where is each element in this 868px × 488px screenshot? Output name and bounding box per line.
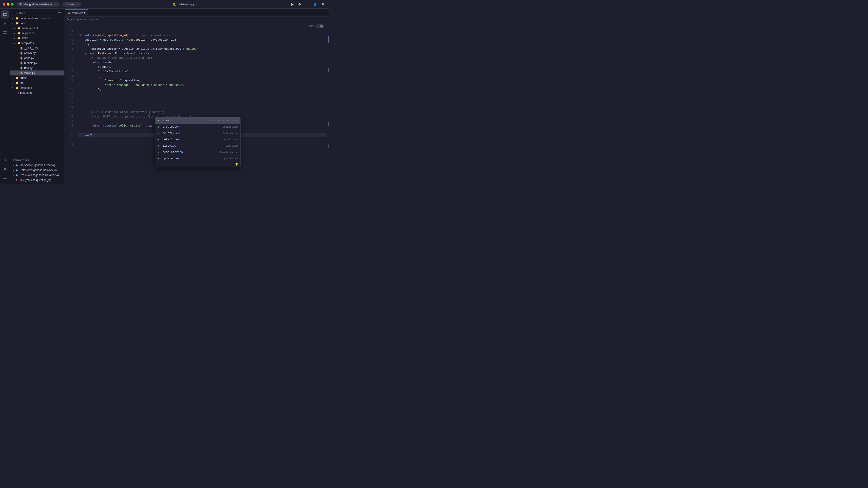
code-line-51: {: [78, 74, 327, 78]
tree-item-templates-polls[interactable]: ▶ 📁 templates: [10, 41, 64, 46]
ac-item-view[interactable]: ⊕ view Function Based View: [155, 118, 240, 124]
ac-item-createview[interactable]: ⊕ createview CreateView: [155, 124, 240, 130]
chevron-right-icon: ▶: [12, 17, 14, 20]
line-numbers: 40 41 42 43 44 45 46 47 48 49 50 51 52 5…: [64, 22, 75, 184]
more-options-icon[interactable]: ⋮: [305, 2, 310, 6]
node-modules-label: node_modules: [20, 17, 38, 20]
tree-item-polls[interactable]: ▼ 📁 polls: [10, 21, 64, 26]
close-button[interactable]: [3, 3, 5, 6]
debug-icon[interactable]: ⚙: [297, 2, 302, 6]
run-button[interactable]: ▶: [290, 2, 294, 7]
ac-label-listview: listview: [162, 144, 224, 148]
struct-item-vote-fn[interactable]: ▶ ⊗ vote(request, question_id): [10, 177, 64, 183]
tree-item-admin[interactable]: ▶ 🐍 admin.py: [10, 51, 64, 56]
extensions-icon[interactable]: [1, 29, 9, 37]
ac-item-templateview[interactable]: ⊕ templateview TemplateView: [155, 149, 240, 156]
struct-item-index-views[interactable]: ▶ ◉ IndexViews(generic.ListView): [10, 163, 64, 168]
notifications-icon[interactable]: [1, 165, 9, 173]
title-bar: DE django-tutorial-extended ▼ › ⎇ main ▼…: [0, 0, 329, 8]
ac-item-listview[interactable]: ⊕ listview ListView: [155, 143, 240, 149]
minimize-button[interactable]: [7, 3, 9, 6]
title-right: ▶ ⚙ ⋮ 👤 🔍: [290, 2, 327, 7]
tree-item-views[interactable]: ▶ 🐍 views.py: [10, 70, 64, 75]
center-file-label: polls/views.py: [178, 3, 194, 6]
chevron-right-icon: ▶: [13, 164, 14, 166]
tab-views-py[interactable]: 🐍 views.py: [65, 9, 88, 16]
branch-tab[interactable]: ⎇ main ▼: [63, 2, 81, 6]
tree-item-management[interactable]: ▶ 📁 management: [10, 26, 64, 31]
search-icon[interactable]: [1, 156, 9, 164]
urls-label: urls.py: [24, 66, 33, 70]
toggle-switch[interactable]: [315, 24, 324, 28]
tree-item-base-html[interactable]: ▶ ◇ base.html: [10, 90, 64, 95]
git-icon[interactable]: [1, 20, 9, 28]
bulb-icon: 💡: [235, 162, 239, 167]
tree-item-migrations[interactable]: ▶ 📁 migrations: [10, 31, 64, 36]
polls-label: polls: [20, 22, 26, 25]
ac-item-updateview[interactable]: ⊕ updateview UpdateView: [155, 156, 240, 162]
models-label: models.py: [24, 61, 37, 65]
branch-chevron-icon: ▼: [76, 3, 79, 5]
svg-point-0: [4, 22, 4, 23]
scroll-accent-2: [328, 68, 329, 72]
tree-item-src[interactable]: ▶ 📁 src: [10, 80, 64, 86]
tree-item-node-modules[interactable]: ▶ 📁 node_modules library root: [10, 16, 64, 21]
global-search-icon[interactable]: 🔍: [321, 2, 327, 6]
public-label: public: [20, 76, 27, 79]
settings-icon[interactable]: [1, 174, 9, 183]
title-divider: ›: [61, 3, 61, 6]
static-folder-icon: 📁: [17, 37, 21, 40]
results-view-label: ResultsView(generic.DetailView): [20, 173, 59, 177]
scroll-accent-4: [328, 144, 329, 148]
tree-item-templates-root[interactable]: ▼ 📁 templates: [10, 86, 64, 90]
maximize-button[interactable]: [11, 3, 13, 6]
function-ac-icon: ⊕: [158, 150, 161, 155]
scroll-accent-1: [328, 36, 329, 43]
migrations-folder-icon: 📁: [17, 32, 21, 35]
code-line-59: # We'll redirect after successfully deal…: [78, 110, 327, 115]
title-center: 🐍 polls/views.py ▼: [83, 3, 288, 6]
sidebar-options-icon[interactable]: ⋯: [58, 11, 61, 14]
file-chevron-icon: ▼: [196, 3, 198, 5]
branch-name: main: [69, 3, 75, 6]
function-icon: ⟨⟩: [67, 18, 69, 21]
polls-folder-icon: 📁: [16, 22, 19, 25]
sidebar-header: Project ⋯: [10, 8, 64, 16]
library-root-badge: library root: [40, 17, 51, 20]
tree-item-init[interactable]: ▶ 🐍 __init__.py: [10, 46, 64, 51]
activity-bar: [0, 8, 10, 184]
code-line-53: "error_message": "You didn't select a ch…: [78, 83, 327, 88]
code-content[interactable]: def vote (request, question_id): 1 usage…: [75, 22, 329, 184]
tree-item-public[interactable]: ▶ 📁 public: [10, 75, 64, 80]
code-line-47: # Redisplay the question voting form.: [78, 56, 327, 60]
tree-item-static[interactable]: ▶ 📁 static: [10, 36, 64, 41]
tree-item-urls[interactable]: ▶ 🐍 urls.py: [10, 66, 64, 70]
toggle-label: OFF: [309, 25, 314, 28]
project-header-label: Project: [13, 11, 26, 14]
profile-icon[interactable]: 👤: [312, 2, 318, 6]
breadcrumb-path[interactable]: /polls/{question_id}/vote/: [70, 18, 98, 21]
function-ac-icon: ⊕: [158, 125, 161, 129]
ac-item-deleteview[interactable]: ⊕ deleteview DeleteView: [155, 130, 240, 136]
ac-footer: 💡: [155, 162, 240, 167]
struct-item-detail-view[interactable]: ▶ ◉ DetailView(generic.DetailView): [10, 168, 64, 173]
base-html-label: base.html: [20, 91, 32, 94]
chevron-right-icon: ▶: [13, 32, 16, 34]
class-icon: ◉: [16, 174, 18, 177]
ac-label-templateview: templateview: [162, 150, 218, 155]
py-file-icon: 🐍: [20, 57, 23, 60]
project-tab[interactable]: DE django-tutorial-extended ▼: [17, 2, 59, 6]
breadcrumb: ⟨⟩ /polls/{question_id}/vote/: [64, 17, 329, 22]
tree-item-models[interactable]: ▶ 🐍 models.py: [10, 61, 64, 66]
struct-item-results-view[interactable]: ▶ ◉ ResultsView(generic.DetailView): [10, 173, 64, 177]
explorer-icon[interactable]: [1, 10, 9, 19]
project-icon: DE: [19, 3, 23, 6]
tree-item-apps[interactable]: ▶ 🐍 apps.py: [10, 56, 64, 61]
ac-label-deleteview: deleteview: [162, 131, 221, 135]
migrations-label: migrations: [22, 32, 35, 35]
structure-section: Structure ▶ ◉ IndexViews(generic.ListVie…: [10, 156, 64, 184]
chevron-right-icon: ▶: [13, 37, 16, 39]
ac-item-detailview[interactable]: ⊕ detailview DetailView: [155, 136, 240, 143]
chevron-right-icon: ▶: [12, 77, 14, 79]
cursor: [92, 133, 92, 136]
